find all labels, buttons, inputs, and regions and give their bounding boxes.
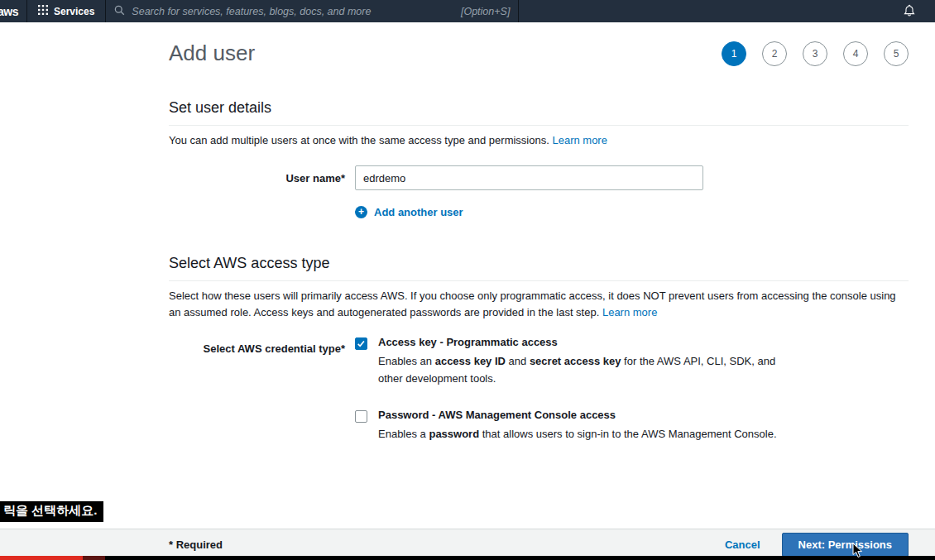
add-another-user-link[interactable]: + Add another user [355, 206, 463, 218]
desc-bold: access key ID [435, 355, 506, 367]
add-user-wizard: Add user 1 2 3 4 5 Set user details You … [169, 22, 909, 443]
credential-options: Access key - Programmatic access Enables… [355, 336, 792, 442]
aws-logo-text: aws [0, 5, 18, 18]
access-key-option: Access key - Programmatic access Enables… [355, 336, 792, 386]
step-circle-1: 1 [722, 41, 746, 66]
access-key-option-title: Access key - Programmatic access [378, 336, 792, 348]
services-menu-button[interactable]: Services [27, 0, 105, 22]
access-type-intro-text: Select how these users will primarily ac… [169, 290, 896, 318]
aws-logo[interactable]: aws [0, 0, 26, 22]
desc-text: that allows users to sign-in to the AWS … [479, 428, 776, 440]
page-header: Add user 1 2 3 4 5 [169, 41, 909, 66]
search-input[interactable] [132, 6, 454, 17]
user-details-intro-text: You can add multiple users at once with … [169, 134, 552, 146]
global-search-box[interactable]: [Option+S] [105, 0, 519, 22]
user-details-heading: Set user details [169, 99, 909, 126]
search-shortcut-hint: [Option+S] [461, 6, 510, 17]
bell-icon [904, 4, 915, 19]
wizard-step-indicator: 1 2 3 4 5 [722, 41, 909, 66]
access-type-intro: Select how these users will primarily ac… [169, 288, 909, 321]
access-key-option-content: Access key - Programmatic access Enables… [378, 336, 792, 386]
credential-type-row: Select AWS credential type* Access key -… [169, 336, 909, 442]
password-option-content: Password - AWS Management Console access… [378, 409, 777, 443]
footer-actions: Cancel Next: Permissions [725, 533, 909, 557]
page-title: Add user [169, 41, 255, 66]
password-option-description: Enables a password that allows users to … [378, 426, 777, 443]
username-input[interactable] [355, 165, 703, 190]
services-label: Services [54, 6, 94, 17]
desc-bold: secret access key [530, 355, 621, 367]
add-another-user-row: + Add another user [355, 203, 909, 218]
password-checkbox[interactable] [355, 410, 367, 423]
user-details-intro: You can add multiple users at once with … [169, 132, 909, 149]
password-option-title: Password - AWS Management Console access [378, 409, 777, 421]
desc-text: Enables a [378, 428, 429, 440]
subtitle-overlay: 릭을 선택하세요. [0, 501, 103, 522]
step-circle-2: 2 [762, 41, 787, 66]
step-circle-4: 4 [843, 41, 868, 66]
cancel-button[interactable]: Cancel [725, 538, 760, 551]
add-another-user-label: Add another user [374, 206, 463, 218]
nav-right-section [904, 0, 935, 22]
apps-grid-icon [38, 5, 48, 17]
video-progress-buffer [83, 556, 105, 560]
access-key-checkbox[interactable] [355, 337, 367, 350]
password-option: Password - AWS Management Console access… [355, 409, 792, 443]
top-navigation-bar: aws Services [Option+S] [0, 0, 935, 22]
access-type-learn-more-link[interactable]: Learn more [602, 306, 657, 318]
plus-circle-icon: + [355, 206, 367, 218]
next-permissions-button[interactable]: Next: Permissions [782, 533, 909, 557]
credential-type-label: Select AWS credential type* [169, 336, 355, 442]
step-circle-3: 3 [803, 41, 827, 66]
notifications-button[interactable] [904, 4, 915, 19]
video-progress-bar[interactable] [0, 556, 935, 560]
username-form-row: User name* [169, 165, 909, 190]
required-note: * Required [169, 538, 223, 551]
video-progress-played [0, 556, 83, 560]
step-circle-5: 5 [884, 41, 909, 66]
search-icon [114, 4, 125, 19]
access-type-heading: Select AWS access type [169, 255, 909, 281]
access-key-option-description: Enables an access key ID and secret acce… [378, 353, 792, 386]
desc-text: Enables an [378, 355, 435, 367]
desc-text: and [506, 355, 530, 367]
username-label: User name* [169, 165, 355, 190]
user-details-learn-more-link[interactable]: Learn more [552, 134, 607, 146]
desc-bold: password [429, 428, 479, 440]
